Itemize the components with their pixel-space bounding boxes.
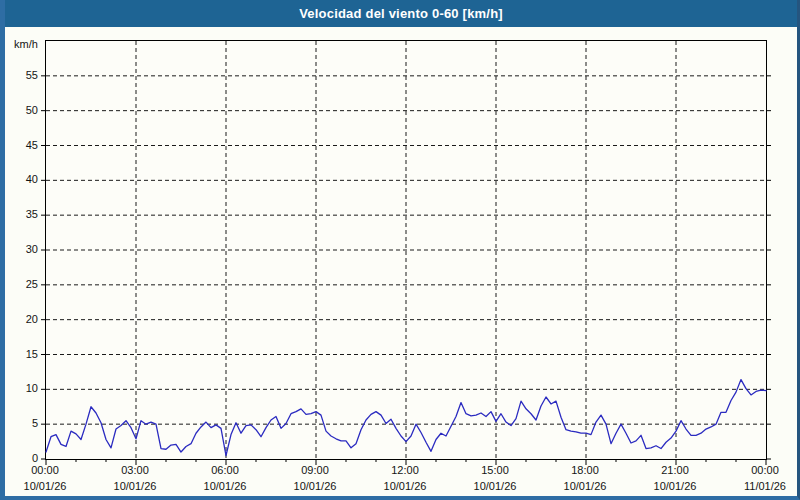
x-tick-time-label: 00:00 [735, 463, 795, 477]
x-tick-time-label: 06:00 [195, 463, 255, 477]
y-tick-label: 10 [5, 381, 38, 395]
plot-svg [46, 41, 766, 459]
y-axis-unit-label: km/h [14, 38, 44, 50]
x-tick-date-label: 10/01/26 [463, 479, 527, 493]
x-tick-date-label: 10/01/26 [553, 479, 617, 493]
x-tick-date-label: 10/01/26 [13, 479, 77, 493]
x-tick-time-label: 21:00 [645, 463, 705, 477]
x-tick-date-label: 10/01/26 [193, 479, 257, 493]
plot-area [45, 40, 767, 460]
chart-window: Velocidad del viento 0-60 [km/h] km/h 05… [0, 0, 800, 500]
chart-title: Velocidad del viento 0-60 [km/h] [299, 6, 503, 21]
y-tick-label: 25 [5, 277, 38, 291]
x-tick-time-label: 09:00 [285, 463, 345, 477]
x-tick-date-label: 10/01/26 [103, 479, 167, 493]
x-tick-time-label: 03:00 [105, 463, 165, 477]
y-tick-label: 40 [5, 172, 38, 186]
x-tick-date-label: 10/01/26 [643, 479, 707, 493]
y-tick-label: 45 [5, 138, 38, 152]
x-tick-date-label: 10/01/26 [373, 479, 437, 493]
y-tick-label: 55 [5, 68, 38, 82]
y-tick-label: 35 [5, 207, 38, 221]
x-tick-time-label: 18:00 [555, 463, 615, 477]
x-tick-date-label: 11/01/26 [733, 479, 797, 493]
x-tick-time-label: 12:00 [375, 463, 435, 477]
y-tick-label: 15 [5, 347, 38, 361]
y-tick-label: 30 [5, 242, 38, 256]
x-tick-time-label: 00:00 [15, 463, 75, 477]
y-tick-label: 5 [5, 416, 38, 430]
chart-title-bar: Velocidad del viento 0-60 [km/h] [5, 0, 797, 27]
y-tick-label: 50 [5, 103, 38, 117]
x-tick-time-label: 15:00 [465, 463, 525, 477]
y-tick-label: 20 [5, 312, 38, 326]
x-tick-date-label: 10/01/26 [283, 479, 347, 493]
